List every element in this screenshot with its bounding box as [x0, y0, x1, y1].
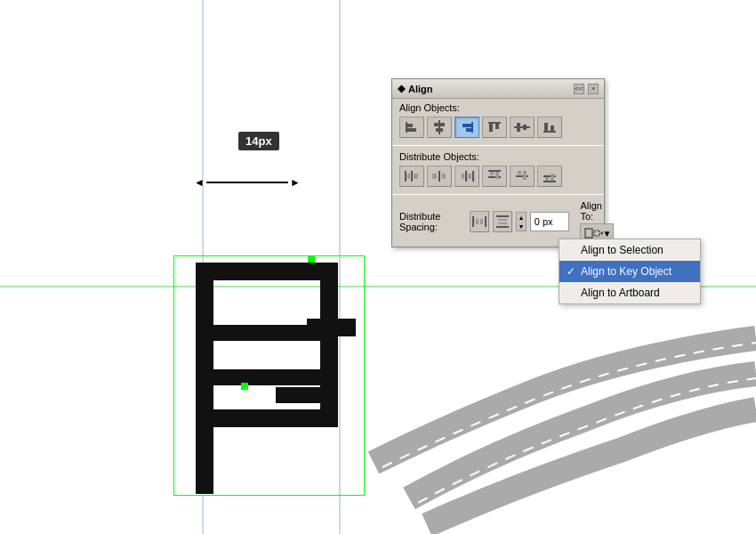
distribute-spacing-section: Distribute Spacing: ▲ ▼ 0 px — [399, 211, 569, 232]
dist-bottom-btn[interactable] — [537, 166, 562, 187]
svg-rect-16 — [407, 124, 413, 127]
svg-rect-61 — [498, 219, 507, 221]
svg-rect-26 — [495, 124, 499, 129]
measurement-arrow — [194, 176, 301, 189]
panel-title-bar: ◆ Align << × — [392, 79, 604, 99]
align-centers-h-btn[interactable] — [427, 117, 452, 138]
svg-rect-43 — [468, 174, 471, 179]
svg-rect-32 — [551, 125, 554, 131]
align-right-edges-btn[interactable] — [454, 117, 479, 138]
dist-space-v-btn[interactable] — [493, 211, 512, 232]
svg-rect-24 — [488, 122, 501, 124]
arrow-line — [206, 182, 288, 183]
px-input-field[interactable]: 0 px — [530, 212, 570, 231]
align-artboard-item[interactable]: Align to Artboard — [559, 282, 700, 303]
svg-rect-33 — [405, 171, 406, 182]
dist-top-btn[interactable] — [482, 166, 507, 187]
svg-rect-20 — [436, 128, 443, 132]
svg-rect-59 — [496, 215, 509, 217]
panel-title-text: Align — [408, 84, 433, 94]
distribute-objects-label: Distribute Objects: — [399, 151, 597, 162]
svg-rect-19 — [434, 123, 445, 126]
dist-left-btn[interactable] — [399, 166, 424, 187]
align-left-edges-btn[interactable] — [399, 117, 424, 138]
svg-rect-44 — [488, 170, 501, 172]
align-objects-row — [399, 117, 597, 138]
svg-rect-34 — [411, 171, 413, 182]
svg-rect-63 — [585, 229, 592, 238]
distribute-objects-section: Distribute Objects: — [392, 148, 604, 192]
distribute-objects-row — [399, 166, 597, 187]
svg-rect-22 — [462, 124, 471, 127]
svg-rect-28 — [517, 123, 520, 132]
px-spinner[interactable]: ▲ ▼ — [516, 212, 526, 231]
align-bottom-edges-btn[interactable] — [537, 117, 562, 138]
dist-right-btn[interactable] — [454, 166, 479, 187]
svg-rect-58 — [480, 219, 483, 224]
svg-rect-36 — [414, 174, 418, 179]
svg-rect-47 — [495, 172, 499, 179]
svg-rect-56 — [485, 216, 487, 227]
spinner-down-btn[interactable]: ▼ — [517, 222, 525, 231]
svg-rect-39 — [442, 174, 446, 179]
align-to-label: Align To: — [580, 200, 614, 222]
dist-center-h-btn[interactable] — [427, 166, 452, 187]
distribute-spacing-label: Distribute Spacing: — [399, 211, 462, 232]
svg-rect-30 — [543, 131, 556, 133]
divider-2 — [392, 194, 604, 195]
svg-rect-37 — [438, 171, 440, 182]
align-centers-v-btn[interactable] — [510, 117, 535, 138]
svg-rect-38 — [432, 174, 437, 179]
dist-center-v-btn[interactable] — [510, 166, 535, 187]
align-objects-label: Align Objects: — [399, 102, 597, 113]
svg-rect-62 — [498, 222, 507, 224]
svg-rect-31 — [544, 123, 548, 131]
svg-rect-23 — [466, 128, 471, 132]
svg-rect-60 — [496, 226, 509, 228]
svg-rect-35 — [407, 174, 410, 179]
panel-close-btn[interactable]: × — [588, 84, 599, 94]
spinner-up-btn[interactable]: ▲ — [517, 213, 525, 222]
svg-rect-50 — [523, 171, 527, 180]
svg-rect-42 — [462, 174, 464, 179]
svg-rect-17 — [407, 128, 416, 132]
svg-rect-21 — [471, 122, 473, 133]
svg-rect-49 — [518, 171, 521, 174]
panel-title: ◆ Align — [398, 83, 433, 94]
dist-space-h-btn[interactable] — [470, 211, 489, 232]
align-selection-item[interactable]: Align to Selection — [559, 239, 700, 261]
align-to-dropdown-menu[interactable]: Align to Selection Align to Key Object A… — [559, 239, 701, 304]
svg-rect-54 — [551, 174, 554, 181]
panel-collapse-btn[interactable]: << — [574, 84, 584, 94]
dropdown-arrow-icon: ▼ — [603, 229, 612, 239]
panel-controls[interactable]: << × — [574, 84, 599, 94]
svg-rect-57 — [476, 219, 479, 224]
measurement-label: 14px — [238, 132, 279, 150]
svg-rect-64 — [594, 231, 599, 236]
svg-rect-53 — [545, 177, 549, 181]
svg-rect-41 — [465, 171, 467, 182]
align-to-section: Align To: ▼ — [580, 200, 614, 243]
align-top-edges-btn[interactable] — [482, 117, 507, 138]
svg-rect-55 — [472, 216, 474, 227]
panel-diamond-icon: ◆ — [398, 83, 405, 94]
align-objects-section: Align Objects: — [392, 99, 604, 143]
svg-rect-46 — [490, 172, 494, 175]
svg-rect-25 — [489, 124, 493, 132]
svg-rect-40 — [472, 171, 474, 182]
svg-rect-29 — [523, 125, 527, 130]
divider-1 — [392, 145, 604, 146]
align-key-object-item[interactable]: Align to Key Object — [559, 261, 700, 282]
svg-rect-51 — [543, 181, 556, 182]
align-panel: ◆ Align << × Align Objects: — [391, 78, 605, 247]
svg-rect-15 — [406, 122, 407, 133]
